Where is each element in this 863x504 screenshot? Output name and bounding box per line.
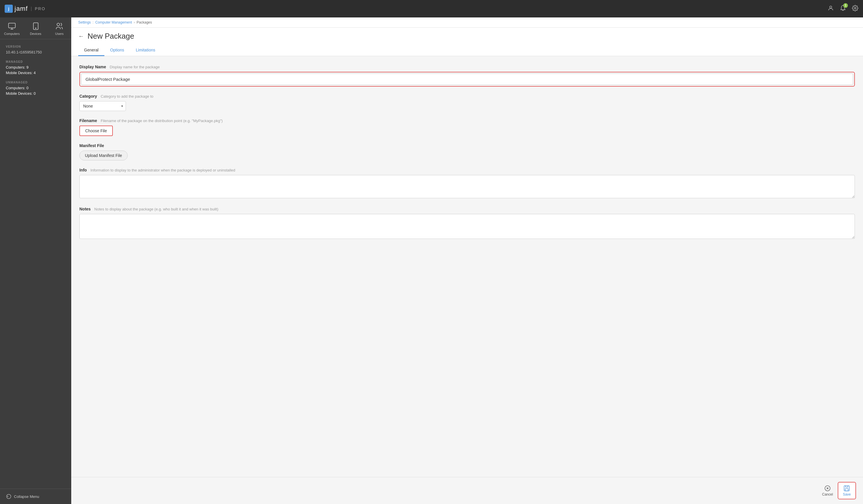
sidebar-item-users[interactable]: Users	[47, 17, 71, 39]
category-group: Category Category to add the package to …	[79, 93, 855, 111]
sidebar: Computers Devices Users VERSION	[0, 17, 71, 504]
tab-general[interactable]: General	[78, 45, 104, 56]
logo-area: j jamf | PRO	[5, 5, 45, 13]
display-name-input[interactable]	[81, 74, 853, 85]
save-button[interactable]: Save	[838, 482, 856, 499]
unmanaged-mobile: Mobile Devices: 0	[6, 91, 65, 96]
breadcrumb: Settings : Computer Management › Package…	[71, 17, 863, 28]
category-select-wrapper: None ▾	[79, 101, 126, 111]
tab-limitations[interactable]: Limitations	[130, 45, 161, 56]
settings-icon[interactable]	[852, 5, 858, 13]
sidebar-devices-label: Devices	[30, 32, 41, 36]
svg-point-1	[854, 7, 856, 9]
unmanaged-label: UNMANAGED	[6, 81, 65, 84]
user-icon[interactable]	[827, 5, 834, 13]
notes-group: Notes Notes to display about the package…	[79, 206, 855, 240]
svg-rect-2	[9, 23, 15, 28]
breadcrumb-computer-management[interactable]: Computer Management	[95, 20, 132, 24]
back-button[interactable]: ←	[78, 33, 84, 39]
content-area: Settings : Computer Management › Package…	[71, 17, 863, 504]
managed-section: MANAGED Computers: 9 Mobile Devices: 4	[6, 60, 65, 75]
info-textarea[interactable]	[79, 175, 855, 198]
category-select[interactable]: None	[79, 101, 126, 111]
notification-icon[interactable]: 1	[840, 5, 846, 13]
top-bar-icons: 1	[827, 5, 858, 13]
svg-point-5	[57, 23, 60, 26]
jamf-logo-icon: j	[5, 5, 13, 13]
managed-computers: Computers: 9	[6, 65, 65, 70]
display-name-desc: Display name for the package	[110, 65, 160, 69]
sidebar-computers-label: Computers	[4, 32, 20, 36]
display-name-label: Display Name	[79, 64, 106, 69]
collapse-menu-label: Collapse Menu	[14, 494, 39, 499]
breadcrumb-settings[interactable]: Settings	[78, 20, 91, 24]
display-name-group: Display Name Display name for the packag…	[79, 64, 855, 87]
manifest-file-label: Manifest File	[79, 143, 104, 148]
page-title: New Package	[88, 32, 134, 41]
category-label-row: Category Category to add the package to	[79, 93, 855, 99]
breadcrumb-sep-1: :	[92, 20, 93, 24]
svg-point-6	[7, 494, 11, 499]
category-desc: Category to add the package to	[101, 94, 153, 99]
upload-manifest-button[interactable]: Upload Manifest File	[79, 151, 128, 161]
unmanaged-computers: Computers: 0	[6, 86, 65, 90]
top-bar: j jamf | PRO 1	[0, 0, 863, 17]
action-bar: Cancel Save	[71, 477, 863, 504]
nav-icons: Computers Devices Users	[0, 17, 71, 39]
logo-divider: |	[31, 6, 32, 11]
cancel-button[interactable]: Cancel	[822, 485, 833, 496]
category-label: Category	[79, 94, 97, 99]
display-name-label-row: Display Name Display name for the packag…	[79, 64, 855, 70]
logo-text: jamf	[14, 5, 28, 13]
svg-point-4	[35, 28, 36, 28]
choose-file-button[interactable]: Choose File	[79, 126, 113, 136]
managed-label: MANAGED	[6, 60, 65, 63]
page-title-row: ← New Package	[78, 32, 856, 41]
breadcrumb-packages: Packages	[137, 20, 152, 24]
tabs: General Options Limitations	[78, 45, 856, 56]
breadcrumb-sep-2: ›	[134, 20, 135, 24]
info-group: Info Information to display to the admin…	[79, 167, 855, 199]
notification-badge: 1	[843, 3, 848, 8]
svg-rect-8	[844, 486, 849, 491]
manifest-file-group: Manifest File Upload Manifest File	[79, 143, 855, 161]
notes-textarea[interactable]	[79, 214, 855, 239]
info-label-row: Info Information to display to the admin…	[79, 167, 855, 173]
unmanaged-section: UNMANAGED Computers: 0 Mobile Devices: 0	[6, 81, 65, 96]
sidebar-item-devices[interactable]: Devices	[24, 17, 48, 39]
notes-desc: Notes to display about the package (e.g.…	[94, 207, 218, 211]
form-content: Display Name Display name for the packag…	[71, 56, 863, 477]
version-label: VERSION	[6, 45, 65, 48]
info-desc: Information to display to the administra…	[90, 168, 235, 172]
page-header: ← New Package General Options Limitation…	[71, 28, 863, 56]
main-layout: Computers Devices Users VERSION	[0, 17, 863, 504]
filename-label-row: Filename Filename of the package on the …	[79, 118, 855, 123]
filename-label: Filename	[79, 118, 97, 123]
version-value: 10.40.1-t1659581750	[6, 50, 65, 54]
managed-mobile: Mobile Devices: 4	[6, 71, 65, 75]
svg-point-0	[829, 6, 831, 8]
notes-label: Notes	[79, 207, 91, 211]
version-section: VERSION 10.40.1-t1659581750	[6, 45, 65, 54]
svg-rect-9	[845, 489, 848, 491]
manifest-file-label-row: Manifest File	[79, 143, 855, 148]
display-name-highlight	[79, 72, 855, 87]
logo-pro: PRO	[35, 7, 45, 11]
info-label: Info	[79, 168, 87, 172]
sidebar-users-label: Users	[55, 32, 64, 36]
filename-group: Filename Filename of the package on the …	[79, 118, 855, 136]
tab-options[interactable]: Options	[104, 45, 130, 56]
notes-label-row: Notes Notes to display about the package…	[79, 206, 855, 212]
filename-desc: Filename of the package on the distribut…	[101, 118, 223, 123]
sidebar-item-computers[interactable]: Computers	[0, 17, 24, 39]
collapse-menu-button[interactable]: Collapse Menu	[0, 489, 71, 504]
sidebar-info: VERSION 10.40.1-t1659581750 MANAGED Comp…	[0, 39, 71, 489]
